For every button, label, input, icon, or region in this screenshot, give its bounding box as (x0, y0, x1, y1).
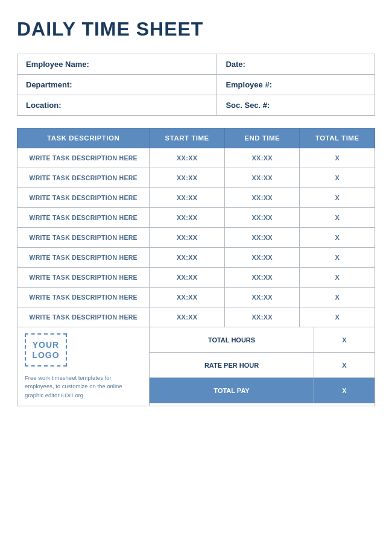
total-pay-row: TOTAL PAY X (150, 378, 375, 403)
start-time-4: XX:XX (150, 228, 225, 248)
task-desc-5: WRITE TASK DESCRIPTION HERE (17, 248, 150, 268)
end-time-5: XX:XX (224, 248, 300, 268)
total-pay-label: TOTAL PAY (150, 378, 314, 403)
footer-text: Free work timesheet templates for employ… (25, 374, 142, 400)
end-time-6: XX:XX (224, 268, 300, 288)
table-row: WRITE TASK DESCRIPTION HERE XX:XX XX:XX … (17, 248, 375, 268)
table-row: WRITE TASK DESCRIPTION HERE XX:XX XX:XX … (17, 168, 375, 188)
task-table: TASK DESCRIPTION START TIME END TIME TOT… (17, 128, 375, 327)
total-time-6: X (300, 268, 375, 288)
task-desc-3: WRITE TASK DESCRIPTION HERE (17, 208, 150, 228)
task-desc-2: WRITE TASK DESCRIPTION HERE (17, 188, 150, 208)
logo-box: YOUR LOGO (25, 333, 67, 367)
total-hours-label: TOTAL HOURS (150, 327, 314, 352)
date-label: Date: (217, 54, 375, 75)
page-title: DAILY TIME SHEET (17, 18, 375, 40)
start-time-2: XX:XX (150, 188, 225, 208)
total-hours-val: X (314, 327, 375, 352)
task-desc-1: WRITE TASK DESCRIPTION HERE (17, 168, 150, 188)
start-time-8: XX:XX (150, 307, 225, 327)
page: DAILY TIME SHEET Employee Name: Date: De… (0, 0, 392, 554)
table-row: WRITE TASK DESCRIPTION HERE XX:XX XX:XX … (17, 268, 375, 288)
total-time-4: X (300, 228, 375, 248)
total-hours-row: TOTAL HOURS X (150, 327, 375, 353)
total-pay-val: X (314, 378, 375, 403)
end-time-1: XX:XX (224, 168, 300, 188)
task-desc-8: WRITE TASK DESCRIPTION HERE (17, 307, 150, 327)
end-time-3: XX:XX (224, 208, 300, 228)
header-total: TOTAL TIME (300, 128, 375, 148)
table-row: WRITE TASK DESCRIPTION HERE XX:XX XX:XX … (17, 307, 375, 327)
start-time-3: XX:XX (150, 208, 225, 228)
table-row: WRITE TASK DESCRIPTION HERE XX:XX XX:XX … (17, 208, 375, 228)
task-desc-7: WRITE TASK DESCRIPTION HERE (17, 288, 150, 307)
employee-num-label: Employee #: (217, 75, 375, 95)
end-time-2: XX:XX (224, 188, 300, 208)
header-task: TASK DESCRIPTION (17, 128, 150, 148)
header-end: END TIME (224, 128, 300, 148)
end-time-0: XX:XX (224, 148, 300, 168)
rate-per-hour-row: RATE PER HOUR X (150, 353, 375, 378)
start-time-1: XX:XX (150, 168, 225, 188)
location-label: Location: (17, 95, 217, 116)
logo-line2: LOGO (32, 350, 59, 360)
header-start: START TIME (150, 128, 225, 148)
start-time-5: XX:XX (150, 248, 225, 268)
employee-name-label: Employee Name: (17, 54, 217, 75)
task-desc-6: WRITE TASK DESCRIPTION HERE (17, 268, 150, 288)
total-time-0: X (300, 148, 375, 168)
total-time-8: X (300, 307, 375, 327)
department-label: Department: (17, 75, 217, 95)
total-time-5: X (300, 248, 375, 268)
table-row: WRITE TASK DESCRIPTION HERE XX:XX XX:XX … (17, 288, 375, 307)
table-row: WRITE TASK DESCRIPTION HERE XX:XX XX:XX … (17, 188, 375, 208)
total-time-2: X (300, 188, 375, 208)
soc-sec-label: Soc. Sec. #: (217, 95, 375, 116)
start-time-6: XX:XX (150, 268, 225, 288)
end-time-4: XX:XX (224, 228, 300, 248)
total-time-1: X (300, 168, 375, 188)
start-time-0: XX:XX (150, 148, 225, 168)
rate-per-hour-label: RATE PER HOUR (150, 353, 314, 377)
task-desc-0: WRITE TASK DESCRIPTION HERE (17, 148, 150, 168)
total-time-3: X (300, 208, 375, 228)
logo-section: YOUR LOGO Free work timesheet templates … (17, 327, 150, 406)
end-time-7: XX:XX (224, 288, 300, 307)
bottom-area: YOUR LOGO Free work timesheet templates … (17, 327, 375, 406)
table-row: WRITE TASK DESCRIPTION HERE XX:XX XX:XX … (17, 148, 375, 168)
logo-line1: YOUR (33, 340, 59, 350)
summary-section: TOTAL HOURS X RATE PER HOUR X TOTAL PAY … (150, 327, 375, 406)
table-row: WRITE TASK DESCRIPTION HERE XX:XX XX:XX … (17, 228, 375, 248)
task-desc-4: WRITE TASK DESCRIPTION HERE (17, 228, 150, 248)
end-time-8: XX:XX (224, 307, 300, 327)
total-time-7: X (300, 288, 375, 307)
start-time-7: XX:XX (150, 288, 225, 307)
info-table: Employee Name: Date: Department: Employe… (17, 54, 375, 116)
rate-per-hour-val: X (314, 353, 375, 377)
